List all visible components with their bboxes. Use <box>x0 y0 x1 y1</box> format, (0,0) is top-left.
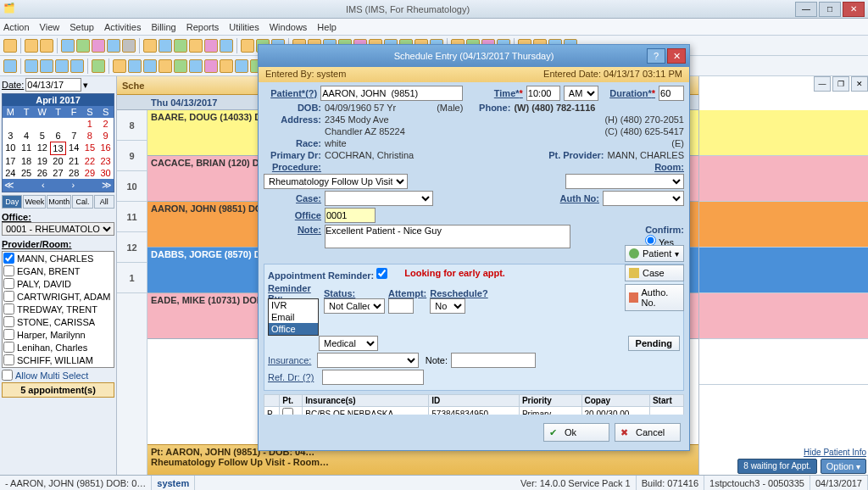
calendar-day[interactable]: 14 <box>66 142 82 155</box>
provider-list[interactable]: MANN, CHARLESEGAN, BRENTPALY, DAVIDCARTW… <box>2 251 114 368</box>
calendar-day[interactable]: 21 <box>66 155 82 167</box>
toolbar-icon[interactable] <box>220 39 233 53</box>
calendar-day[interactable]: 6 <box>50 130 66 142</box>
insurance-note-input[interactable] <box>451 353 536 368</box>
ampm-select[interactable]: AM <box>564 86 598 101</box>
provider-item[interactable]: TREDWAY, TRENT <box>3 303 114 315</box>
toolbar-icon[interactable] <box>61 39 75 53</box>
procedure-select[interactable]: Rheumatology Follow Up Visit <box>264 174 408 189</box>
attempt-input[interactable] <box>388 298 414 314</box>
calendar-day[interactable]: 24 <box>3 167 19 179</box>
calendar-day[interactable]: 20 <box>50 155 66 167</box>
cal-prev-month[interactable]: ‹ <box>42 180 45 191</box>
reschedule-select[interactable]: No <box>430 298 465 314</box>
toolbar-icon[interactable] <box>174 59 187 73</box>
view-month[interactable]: Month <box>47 195 71 209</box>
provider-item[interactable]: Lenihan, Charles <box>3 341 114 354</box>
toolbar-icon[interactable] <box>143 59 157 73</box>
patient-input[interactable] <box>320 86 463 101</box>
calendar-day[interactable] <box>50 118 66 130</box>
calendar-day[interactable] <box>66 118 82 130</box>
calendar-day[interactable] <box>3 118 19 130</box>
side-patient-button[interactable]: Patient ▾ <box>625 245 684 262</box>
pending-button[interactable]: Pending <box>628 336 680 351</box>
close-button[interactable]: ✕ <box>843 2 865 17</box>
calendar-month[interactable]: April 2017 <box>3 94 114 106</box>
toolbar-icon[interactable] <box>92 59 105 73</box>
calendar-day[interactable]: 27 <box>50 167 66 179</box>
reminder-option-office[interactable]: Office <box>269 323 318 335</box>
nav-prev-icon[interactable] <box>40 59 53 73</box>
reminder-checkbox[interactable] <box>376 268 387 279</box>
toolbar-icon[interactable] <box>241 39 254 53</box>
provider-item[interactable]: SCHIFF, WILLIAM <box>3 354 114 366</box>
toolbar-icon[interactable] <box>220 59 233 73</box>
side-autho-button[interactable]: Autho. No. <box>625 284 684 311</box>
menu-windows[interactable]: Windows <box>270 22 308 32</box>
view-week[interactable]: Week <box>23 195 46 209</box>
calendar-day[interactable]: 18 <box>19 155 35 167</box>
calendar-day[interactable]: 17 <box>3 155 19 167</box>
mdi-close[interactable]: ✕ <box>851 76 868 92</box>
provider-item[interactable]: Harper, Marilynn <box>3 328 114 341</box>
calendar-day[interactable]: 4 <box>19 130 35 142</box>
mdi-minimize[interactable]: — <box>814 76 831 92</box>
calendar-day[interactable] <box>34 118 50 130</box>
cancel-button[interactable]: ✖Cancel <box>615 423 681 442</box>
cal-prev-year[interactable]: ≪ <box>4 180 14 191</box>
case-select[interactable] <box>325 191 433 206</box>
date-input[interactable] <box>25 78 81 92</box>
calendar-day[interactable]: 3 <box>3 130 19 142</box>
calendar-day[interactable]: 19 <box>34 155 50 167</box>
cal-next-year[interactable]: ≫ <box>102 180 112 191</box>
calendar-day[interactable]: 11 <box>19 142 35 155</box>
view-cal[interactable]: Cal. <box>72 195 92 209</box>
toolbar-icon[interactable] <box>25 39 38 53</box>
nav-fwd-icon[interactable] <box>70 59 84 73</box>
view-day[interactable]: Day <box>2 195 22 209</box>
provider-item[interactable]: STONE, CARISSA <box>3 315 114 328</box>
menu-billing[interactable]: Billing <box>151 22 175 32</box>
toolbar-icon[interactable] <box>128 59 142 73</box>
calendar-day[interactable]: 23 <box>97 155 114 167</box>
calendar-day[interactable]: 5 <box>34 130 50 142</box>
menu-view[interactable]: View <box>40 22 60 32</box>
minimize-button[interactable]: — <box>795 2 817 17</box>
toolbar-icon[interactable] <box>204 59 218 73</box>
calendar-day[interactable]: 25 <box>19 167 35 179</box>
calendar-day[interactable]: 13 <box>50 142 66 155</box>
toolbar-icon[interactable] <box>159 39 172 53</box>
calendar-day[interactable] <box>19 118 35 130</box>
calendar-day[interactable]: 22 <box>82 155 98 167</box>
nav-back-icon[interactable] <box>25 59 38 73</box>
toolbar-icon[interactable] <box>3 39 17 53</box>
room-select[interactable] <box>565 174 684 189</box>
calendar-day[interactable]: 1 <box>82 118 98 130</box>
toolbar-icon[interactable] <box>92 39 105 53</box>
ok-button[interactable]: ✔Ok <box>543 423 609 442</box>
menu-action[interactable]: Action <box>3 22 30 32</box>
calendar-day[interactable]: 29 <box>82 167 98 179</box>
toolbar-icon[interactable] <box>189 39 203 53</box>
insurance-row[interactable]: PBC/BS OF NEBRASKA573845834950Primary20.… <box>264 407 684 415</box>
calendar-day[interactable]: 15 <box>82 142 98 155</box>
toolbar-icon[interactable] <box>113 59 126 73</box>
date-dropdown-icon[interactable]: ▾ <box>83 80 88 91</box>
dialog-close-button[interactable]: ✕ <box>667 48 686 64</box>
calendar-day[interactable]: 7 <box>66 130 82 142</box>
reminder-option-email[interactable]: Email <box>269 311 318 323</box>
toolbar-icon[interactable] <box>159 59 172 73</box>
duration-input[interactable] <box>659 86 684 101</box>
toolbar-icon[interactable] <box>189 59 203 73</box>
toolbar-icon[interactable] <box>3 59 17 73</box>
menu-reports[interactable]: Reports <box>186 22 220 32</box>
cal-next-month[interactable]: › <box>71 180 75 191</box>
provider-item[interactable]: Shafer Mauritzsson, Ja <box>3 366 114 368</box>
option-button[interactable]: Option ▾ <box>821 459 866 474</box>
calendar-day[interactable]: 30 <box>97 167 114 179</box>
time-input[interactable] <box>526 86 560 101</box>
calendar-day[interactable]: 9 <box>97 130 114 142</box>
insurance-select[interactable] <box>317 353 419 368</box>
dialog-help-button[interactable]: ? <box>647 48 665 64</box>
toolbar-icon[interactable] <box>40 39 53 53</box>
